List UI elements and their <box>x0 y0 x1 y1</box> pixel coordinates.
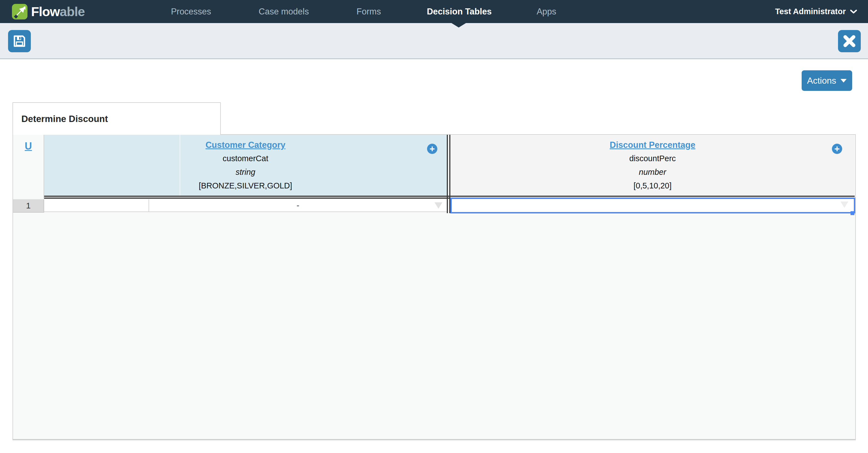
input-allowed-values: [BRONZE,SILVER,GOLD] <box>199 179 292 193</box>
row1-input-condition-cell[interactable]: - <box>149 199 447 212</box>
row-number-cell[interactable]: 1 <box>13 199 44 213</box>
input-type: string <box>236 165 255 179</box>
actions-button[interactable]: Actions <box>802 70 852 91</box>
add-output-column-button[interactable]: + <box>832 144 842 154</box>
flowable-logo[interactable]: Flowable <box>12 0 85 23</box>
decision-table-title-text: Determine Discount <box>21 114 108 124</box>
input-subcolumn-divider <box>180 135 180 196</box>
row1-output-dropdown-icon[interactable] <box>840 201 848 208</box>
close-button[interactable] <box>838 30 861 52</box>
row1-output-cell-selected[interactable] <box>451 198 855 214</box>
output-type: number <box>639 165 666 179</box>
close-x-icon <box>843 35 856 48</box>
nav-item-decision-tables[interactable]: Decision Tables <box>427 0 492 23</box>
flowable-arrow-icon <box>12 4 28 20</box>
output-expression-link[interactable]: Discount Percentage <box>610 138 695 152</box>
decision-table-grid: U Customer Category customerCat string [… <box>12 134 856 440</box>
actions-button-label: Actions <box>807 76 836 86</box>
active-tab-notch <box>452 23 466 28</box>
input-column-header: Customer Category customerCat string [BR… <box>44 135 447 196</box>
flowable-decision-table-editor: Flowable Processes Case models Forms Dec… <box>0 0 868 453</box>
row1-input-condition-value: - <box>297 201 299 210</box>
output-allowed-values: [0,5,10,20] <box>633 179 672 193</box>
editor-toolbar <box>0 23 868 59</box>
row1-input-extra-cell[interactable] <box>44 199 149 212</box>
floppy-disk-icon <box>12 34 27 48</box>
chevron-down-icon <box>850 10 857 13</box>
nav-item-case-models[interactable]: Case models <box>259 0 309 23</box>
user-name: Test Administrator <box>775 7 846 16</box>
navbar: Flowable Processes Case models Forms Dec… <box>0 0 868 23</box>
input-expression-link[interactable]: Customer Category <box>206 138 285 152</box>
hit-policy-cell: U <box>13 135 44 199</box>
user-menu[interactable]: Test Administrator <box>775 0 857 23</box>
decision-table-title: Determine Discount <box>12 102 221 135</box>
hit-policy-link[interactable]: U <box>25 140 32 152</box>
input-output-separator <box>447 135 451 213</box>
selection-fill-handle[interactable] <box>850 211 855 215</box>
add-input-column-button[interactable]: + <box>427 144 437 154</box>
nav-item-processes[interactable]: Processes <box>171 0 211 23</box>
caret-down-icon <box>840 79 847 83</box>
nav-item-forms[interactable]: Forms <box>356 0 381 23</box>
input-variable: customerCat <box>223 152 268 165</box>
nav-item-apps[interactable]: Apps <box>537 0 556 23</box>
row1-input-dropdown-icon[interactable] <box>435 202 442 209</box>
output-variable: discountPerc <box>629 152 676 165</box>
logo-text: Flowable <box>31 4 85 19</box>
output-column-header: Discount Percentage discountPerc number … <box>451 135 855 196</box>
save-button[interactable] <box>8 30 31 52</box>
